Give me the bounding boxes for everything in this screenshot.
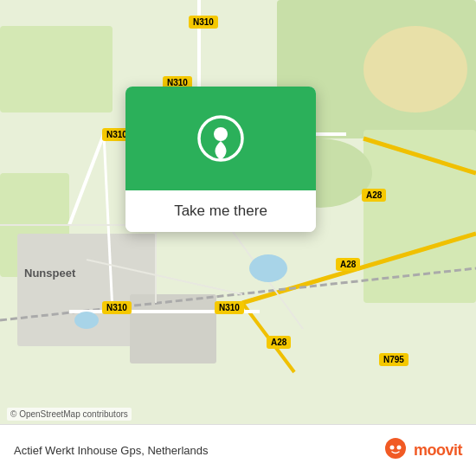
moovit-icon [383, 438, 408, 464]
road-label-a28-right-bot: A28 [336, 258, 360, 271]
popup-header [125, 87, 316, 190]
svg-point-24 [74, 312, 99, 329]
moovit-brand-text: moovit [414, 441, 462, 460]
svg-point-29 [396, 445, 401, 449]
svg-point-6 [363, 26, 467, 113]
road-label-a28-right-top: A28 [362, 189, 386, 202]
location-pin-icon [197, 115, 244, 162]
map-copyright: © OpenStreetMap contributors [7, 408, 132, 421]
road-label-a28-bottom: A28 [267, 336, 291, 349]
svg-rect-4 [0, 26, 113, 113]
location-text: Actief Werkt Inhouse Gps, Netherlands [14, 444, 208, 457]
footer: Actief Werkt Inhouse Gps, Netherlands mo… [0, 424, 476, 476]
svg-point-28 [389, 445, 394, 449]
svg-point-23 [249, 254, 287, 282]
road-label-n795-bottom: N795 [379, 353, 408, 366]
road-label-n310-top: N310 [189, 16, 218, 29]
moovit-logo: moovit [383, 438, 462, 464]
svg-rect-8 [130, 294, 216, 363]
road-label-n310-bottom-left: N310 [102, 301, 132, 314]
map-container: N310N310N310N310N310N310A28A28A28N795 Nu… [0, 0, 476, 424]
svg-point-26 [214, 127, 228, 141]
town-label-nunspeet: Nunspeet [24, 267, 75, 280]
popup-card: Take me there [125, 87, 316, 232]
take-me-there-button[interactable]: Take me there [125, 190, 316, 232]
road-label-n310-bottom-mid: N310 [215, 301, 244, 314]
